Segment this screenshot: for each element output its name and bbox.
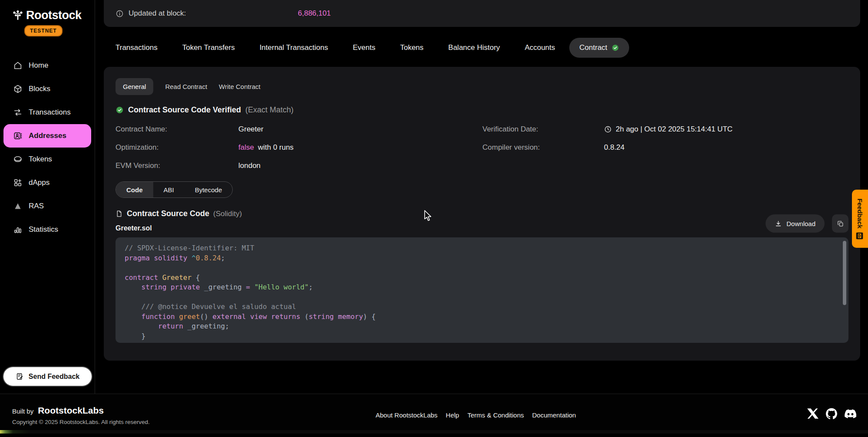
copy-button[interactable] [832, 214, 848, 233]
sidebar-item-label: Home [29, 61, 48, 70]
sidebar-item-label: Tokens [29, 155, 52, 164]
sidebar-item-label: Blocks [29, 85, 50, 93]
tab-token-transfers[interactable]: Token Transfers [182, 43, 235, 52]
blocks-icon [13, 84, 23, 94]
tab-events[interactable]: Events [353, 43, 375, 52]
built-by-block: Built by RootstockLabs Copyright © 2025 … [12, 405, 150, 425]
source-file-name: Greeter.sol [116, 224, 848, 232]
block-number-link[interactable]: 6,886,101 [298, 9, 331, 18]
github-icon[interactable] [826, 408, 837, 419]
sidebar-item-home[interactable]: Home [0, 54, 95, 77]
sidebar-item-label: Addresses [29, 131, 66, 140]
updated-at-block-label: Updated at block: [129, 9, 186, 18]
verification-date-text: 2h ago | Oct 02 2025 15:14:41 UTC [616, 125, 733, 134]
contract-name-label: Contract Name: [116, 125, 238, 134]
rootstocklabs-link[interactable]: RootstockLabs [38, 405, 104, 416]
code-scrollbar-thumb[interactable] [843, 241, 846, 305]
sidebar-item-statistics[interactable]: Statistics [0, 218, 95, 241]
main-area: Updated at block: 6,886,101 Transactions… [96, 0, 868, 361]
rootstock-logo-icon [12, 10, 23, 21]
sidebar-item-blocks[interactable]: Blocks [0, 77, 95, 101]
evm-version-label: EVM Version: [116, 161, 238, 170]
tab-accounts[interactable]: Accounts [525, 43, 555, 52]
footer-link-terms[interactable]: Terms & Conditions [467, 411, 524, 419]
clock-icon [604, 125, 612, 133]
rootstock-logo[interactable]: Rootstock [12, 9, 95, 22]
subtab-general[interactable]: General [116, 78, 153, 95]
statistics-icon [13, 225, 23, 234]
home-icon [13, 61, 23, 70]
optimization-label: Optimization: [116, 143, 238, 152]
feedback-tab-label: Feedback [856, 198, 864, 228]
tab-internal-transactions[interactable]: Internal Transactions [260, 43, 328, 52]
contract-panel: General Read Contract Write Contract Con… [104, 67, 860, 361]
tab-balance-history[interactable]: Balance History [448, 43, 500, 52]
source-heading: Contract Source Code (Solidity) [116, 209, 848, 218]
send-feedback-button[interactable]: Send Feedback [3, 367, 92, 386]
optimization-value: false with 0 runs [238, 143, 482, 152]
sidebar-item-label: dApps [29, 178, 50, 187]
tokens-icon [13, 154, 23, 164]
compiler-version-value: 0.8.24 [604, 143, 848, 152]
footer-link-help[interactable]: Help [446, 411, 459, 419]
social-links [807, 408, 856, 419]
code-view-switcher: Code ABI Bytecode [116, 181, 233, 198]
code-content: // SPDX-License-Identifier: MITpragma so… [125, 243, 836, 341]
sidebar-item-addresses[interactable]: Addresses [3, 124, 91, 148]
source-file-icon [116, 210, 123, 217]
copyright-text: Copyright © 2025 RootstockLabs. All righ… [12, 419, 150, 425]
compiler-version-label: Compiler version: [482, 143, 604, 152]
footer-link-documentation[interactable]: Documentation [532, 411, 576, 419]
dapps-icon [13, 178, 23, 187]
tab-contract-label: Contract [579, 43, 607, 52]
sidebar-item-label: Statistics [29, 225, 58, 234]
contract-fields: Contract Name: Greeter Verification Date… [116, 125, 848, 170]
verification-date-label: Verification Date: [482, 125, 604, 134]
download-icon [775, 220, 782, 227]
feedback-message-icon [857, 232, 864, 239]
code-tab-code[interactable]: Code [116, 182, 153, 197]
download-button[interactable]: Download [766, 214, 825, 233]
address-tabs: Transactions Token Transfers Internal Tr… [116, 37, 868, 58]
source-code-block[interactable]: // SPDX-License-Identifier: MITpragma so… [116, 237, 848, 343]
contract-name-value: Greeter [238, 125, 482, 134]
built-by-label: Built by [12, 407, 33, 415]
tab-contract[interactable]: Contract [569, 38, 629, 58]
ras-icon [13, 201, 23, 211]
code-tab-bytecode[interactable]: Bytecode [185, 182, 233, 197]
bottom-gradient-strip [0, 430, 868, 434]
footer-links: About RootstockLabs Help Terms & Conditi… [376, 411, 576, 419]
tab-tokens[interactable]: Tokens [400, 43, 423, 52]
discord-icon[interactable] [845, 408, 856, 419]
feedback-inner: Feedback [856, 198, 864, 239]
tab-transactions[interactable]: Transactions [116, 43, 158, 52]
verified-note: (Exact Match) [245, 105, 294, 115]
sidebar-item-label: RAS [29, 202, 44, 210]
code-tab-abi[interactable]: ABI [153, 182, 185, 197]
send-feedback-icon [16, 372, 24, 381]
download-label: Download [786, 220, 815, 227]
sidebar-nav: Home Blocks Transactions Addresses Token… [0, 54, 95, 241]
transactions-icon [13, 108, 23, 117]
info-icon [116, 10, 124, 18]
feedback-side-tab[interactable]: Feedback [852, 190, 868, 248]
verified-check-circle-icon [116, 106, 124, 114]
contract-subtabs: General Read Contract Write Contract [116, 78, 848, 95]
addresses-icon [13, 131, 23, 141]
sidebar-item-transactions[interactable]: Transactions [0, 101, 95, 124]
subtab-write-contract[interactable]: Write Contract [219, 78, 261, 95]
footer-link-about[interactable]: About RootstockLabs [376, 411, 438, 419]
sidebar-item-dapps[interactable]: dApps [0, 171, 95, 194]
subtab-read-contract[interactable]: Read Contract [165, 78, 207, 95]
optimization-rest: with 0 runs [258, 143, 294, 152]
updated-label-group: Updated at block: [116, 9, 186, 18]
verified-title: Contract Source Code Verified [128, 105, 241, 115]
sidebar-item-tokens[interactable]: Tokens [0, 148, 95, 171]
copy-icon [837, 220, 844, 227]
sidebar-item-ras[interactable]: RAS [0, 194, 95, 218]
logo-area: Rootstock TESTNET [0, 0, 95, 36]
footer: Built by RootstockLabs Copyright © 2025 … [0, 394, 868, 434]
verified-check-icon [611, 44, 619, 52]
send-feedback-label: Send Feedback [29, 373, 79, 381]
x-twitter-icon[interactable] [807, 408, 818, 419]
